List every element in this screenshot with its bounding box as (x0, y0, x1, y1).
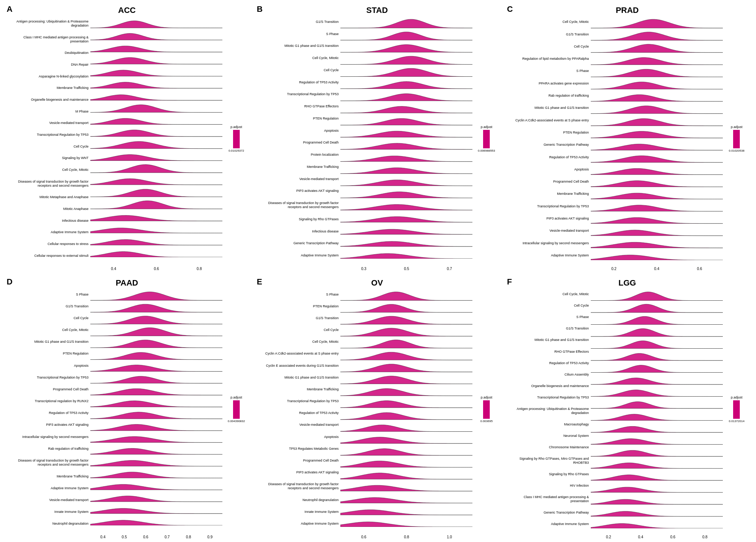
ridgelines-and-legend: p.adjust0.003695 (340, 289, 498, 530)
y-label: Diseases of signal transduction by growt… (6, 180, 89, 188)
chart-area: Cell Cycle, MitoticCell CycleS PhaseG1/S… (506, 289, 749, 530)
x-tick: 0.6 (670, 535, 675, 539)
y-label: Membrane Trafficking (506, 192, 589, 196)
y-label: Programmed Cell Death (6, 387, 89, 391)
legend-value: 0.01025372 (229, 149, 244, 152)
legend-value: 0.006988553 (478, 149, 495, 152)
y-label: Cell Cycle (6, 316, 89, 320)
x-tick: 0.9 (207, 535, 212, 539)
y-label: Membrane Trafficking (256, 387, 339, 391)
y-label: G1/S Transition (506, 32, 589, 37)
ridgelines-container (340, 289, 472, 530)
y-axis-labels: Cell Cycle, MitoticG1/S TransitionCell C… (506, 16, 591, 262)
y-label: PIP3 activates AKT signaling (256, 189, 339, 193)
y-label: Cell Cycle (6, 145, 89, 149)
y-label: S Phase (256, 293, 339, 297)
y-label: Cyclin E associated events during G1/S t… (256, 364, 339, 368)
legend-label: p.adjust (731, 396, 743, 399)
chart-area: Cell Cycle, MitoticG1/S TransitionCell C… (506, 16, 749, 262)
y-label: Cyclin A:Cdk2-associated events at S pha… (506, 118, 589, 122)
ridgelines-and-legend: p.adjust0.004390832 (90, 289, 248, 530)
y-label: TP53 Regulates Metabolic Genes (256, 447, 339, 451)
y-label: Cellular responses to stress (6, 242, 89, 246)
main-container: AACCAntigen processing: Ubiquitination &… (0, 0, 756, 542)
y-label: Apoptosis (256, 435, 339, 439)
panel-title: STAD (256, 6, 498, 15)
y-label: Infectious disease (256, 229, 339, 234)
panel-title: ACC (6, 6, 248, 15)
legend-label: p.adjust (230, 125, 242, 129)
y-label: Regulation of TP53 Activity (506, 155, 589, 159)
y-label: Adaptive Immune System (256, 522, 339, 526)
x-tick: 1.0 (447, 535, 452, 539)
y-label: Macroautophagy (506, 422, 589, 427)
y-label: Vesicle-mediated transport (6, 121, 89, 125)
y-label: Cyclin A:Cdk2-associated events at S pha… (256, 352, 339, 356)
y-label: Neutrophil degranulation (256, 498, 339, 502)
legend-bar (233, 130, 240, 148)
legend-value: 0.003695 (480, 420, 492, 423)
y-label: PIP3 activates AKT signaling (6, 423, 89, 427)
y-label: Chromosome Maintenance (506, 445, 589, 449)
chart-area: G1/S TransitionS PhaseMitotic G1 phase a… (256, 16, 498, 262)
y-label: Vesicle-mediated transport (506, 229, 589, 233)
y-label: Infectious disease (6, 219, 89, 223)
y-label: Diseases of signal transduction by growt… (256, 201, 339, 209)
y-label: Regulation of TP53 Activity (256, 80, 339, 84)
y-label: Rab regulation of trafficking (6, 447, 89, 451)
panel-letter: B (257, 4, 263, 14)
ridgelines-container (90, 289, 222, 530)
ridgelines-and-legend: p.adjust0.01025372 (90, 16, 248, 262)
y-label: Apoptosis (256, 129, 339, 133)
y-label: DNA Repair (6, 63, 89, 67)
y-label: Rab regulation of trafficking (506, 94, 589, 98)
y-label: Organelle biogenesis and maintenance (6, 98, 89, 102)
x-axis: 0.40.50.60.70.80.9 (6, 530, 248, 539)
y-label: Adaptive Immune System (506, 522, 589, 526)
ridgelines-and-legend: p.adjust0.01020538 (591, 16, 749, 262)
y-label: Programmed Cell Death (256, 141, 339, 145)
panel-letter: E (257, 277, 262, 287)
y-label: PIP3 activates AKT signaling (506, 217, 589, 221)
y-label: Cell Cycle (256, 68, 339, 72)
panel-B: BSTADG1/S TransitionS PhaseMitotic G1 ph… (254, 4, 502, 275)
x-tick: 0.7 (447, 267, 452, 271)
y-label: Transcriptional Regulation by TP53 (6, 376, 89, 380)
panel-F: FLGGCell Cycle, MitoticCell CycleS Phase… (504, 276, 752, 542)
legend-label: p.adjust (230, 396, 242, 399)
x-tick: 0.7 (164, 535, 170, 539)
y-label: Generic Transcription Pathway (506, 143, 589, 147)
y-label: Class I MHC mediated antigen processing … (6, 35, 89, 44)
panel-A: AACCAntigen processing: Ubiquitination &… (4, 4, 252, 275)
x-axis: 0.40.60.8 (6, 262, 248, 271)
panel-letter: C (507, 4, 513, 14)
y-label: Transcriptional Regulation by TP53 (256, 92, 339, 96)
y-axis-labels: Antigen processing: Ubiquitination & Pro… (6, 16, 90, 262)
legend-label: p.adjust (481, 125, 492, 129)
y-label: Cell Cycle, Mitotic (506, 20, 589, 24)
y-axis-labels: S PhaseG1/S TransitionCell CycleCell Cyc… (6, 289, 90, 530)
y-axis-labels: S PhasePTEN RegulationG1/S TransitionCel… (256, 289, 340, 530)
y-label: Cell Cycle, Mitotic (256, 56, 339, 60)
y-label: RHO GTPase Effectors (256, 104, 339, 108)
legend-bar (483, 130, 490, 148)
y-label: Signaling by WNT (6, 156, 89, 160)
y-label: Adaptive Immune System (6, 230, 89, 234)
y-label: S Phase (506, 69, 589, 73)
panel-C: CPRADCell Cycle, MitoticG1/S TransitionC… (504, 4, 752, 275)
y-label: Adaptive Immune System (6, 486, 89, 490)
x-tick: 0.4 (638, 535, 643, 539)
x-tick: 0.4 (100, 535, 105, 539)
panel-title: LGG (506, 278, 749, 288)
legend-area: p.adjust0.004390832 (222, 289, 248, 530)
y-label: Intracellular signaling by second messen… (6, 435, 89, 439)
x-tick: 0.5 (122, 535, 127, 539)
legend-bar (483, 400, 490, 419)
x-tick: 0.6 (143, 535, 148, 539)
panel-letter: F (507, 277, 512, 287)
chart-area: S PhasePTEN RegulationG1/S TransitionCel… (256, 289, 498, 530)
x-tick: 0.2 (611, 267, 617, 271)
legend-area: p.adjust0.01372014 (723, 289, 749, 530)
y-label: PTEN Regulation (506, 131, 589, 135)
y-label: Neutrophil degranulation (6, 522, 89, 526)
